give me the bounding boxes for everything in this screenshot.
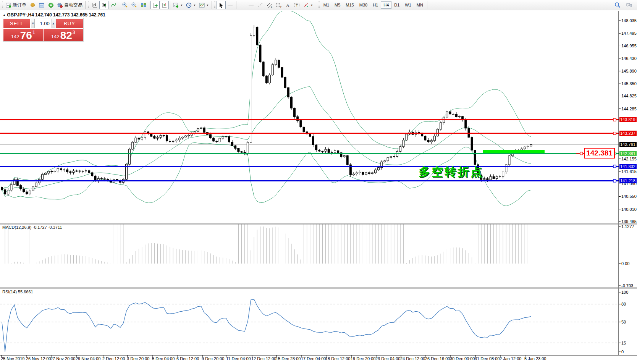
market-watch-icon — [30, 2, 36, 8]
rsi-line — [2, 299, 531, 352]
svg-text:T: T — [296, 3, 298, 7]
bar-chart-button[interactable] — [90, 1, 99, 9]
svg-text:A: A — [286, 3, 289, 8]
toolbar-grip — [2, 2, 3, 8]
chat-icon — [626, 2, 632, 8]
macd-label: MACD(12,26,9) -0.1727 -0.3711 — [2, 225, 62, 230]
toolbar-separator — [149, 1, 149, 9]
search-icon — [614, 2, 621, 8]
timeframe-h4-button[interactable]: H4 — [381, 1, 391, 9]
collapse-triangle-icon: ▲ — [3, 13, 6, 17]
indicators-button[interactable]: ▼ — [197, 1, 210, 9]
sell-price-base: 142 — [11, 34, 19, 39]
timeframe-m15-button[interactable]: M15 — [343, 1, 356, 9]
data-window-button[interactable] — [37, 1, 46, 9]
vertical-line-button[interactable] — [238, 1, 247, 9]
market-watch-button[interactable] — [28, 1, 37, 9]
period-button[interactable]: ▼ — [184, 1, 197, 9]
arrows-button[interactable]: ▼ — [302, 1, 315, 9]
crosshair-button[interactable] — [226, 1, 235, 9]
new-order-icon — [6, 2, 11, 8]
zoom-out-icon — [131, 2, 137, 8]
sell-button[interactable]: SELL — [3, 19, 30, 28]
toolbar-separator — [85, 1, 86, 9]
toolbar: 新订单 自动交易 — [0, 0, 637, 10]
price-level-line — [0, 153, 619, 154]
tile-windows-button[interactable] — [139, 1, 148, 9]
candlestick-chart-icon — [101, 2, 107, 8]
channel-icon: E — [267, 2, 273, 8]
sell-price-pip: 1 — [32, 29, 35, 35]
new-chart-icon — [173, 2, 179, 8]
svg-text:E: E — [271, 6, 272, 8]
chart-canvas[interactable] — [0, 0, 637, 364]
timeframe-mn-button[interactable]: MN — [414, 1, 426, 9]
level-line-handle — [613, 132, 616, 135]
zoom-out-button[interactable] — [129, 1, 139, 9]
text-label-icon: T — [294, 2, 300, 8]
fibonacci-button[interactable]: F — [274, 1, 283, 9]
highlight-bar — [483, 150, 545, 153]
tile-windows-icon — [141, 2, 146, 8]
timeframe-d1-button[interactable]: D1 — [391, 1, 402, 9]
rsi-label: RSI(14) 55.6661 — [2, 290, 33, 294]
chart-shift-icon — [162, 2, 167, 8]
price-callout-box[interactable]: 142.381 — [584, 148, 615, 159]
toolbar-separator — [236, 1, 236, 9]
timeframe-m5-button[interactable]: M5 — [332, 1, 343, 9]
toolbar-grip — [318, 2, 320, 8]
volume-input[interactable] — [35, 19, 51, 28]
chart-annotation[interactable]: 多空转折点 — [419, 164, 483, 180]
vertical-line-icon — [239, 2, 245, 8]
new-order-label: 新订单 — [13, 2, 26, 8]
trendline-button[interactable] — [256, 1, 265, 9]
volume-decrease-button[interactable]: ▼ — [31, 19, 35, 28]
chat-button[interactable] — [624, 1, 634, 9]
level-line-handle — [613, 165, 616, 168]
auto-scroll-icon — [152, 2, 158, 8]
toolbar-separator — [316, 1, 316, 9]
channel-button[interactable]: E — [265, 1, 274, 9]
navigator-button[interactable] — [46, 1, 55, 9]
line-chart-icon — [110, 2, 116, 8]
search-button[interactable] — [613, 1, 622, 9]
toolbar-separator — [427, 1, 427, 9]
buy-button[interactable]: BUY — [56, 19, 83, 28]
timeframe-h1-button[interactable]: H1 — [370, 1, 381, 9]
volume-increase-button[interactable]: ▲ — [52, 19, 55, 28]
price-level-line — [0, 119, 619, 120]
text-button[interactable]: A — [283, 1, 293, 9]
trendline-icon — [257, 2, 263, 8]
zoom-in-button[interactable] — [120, 1, 129, 9]
auto-trading-label: 自动交易 — [64, 2, 82, 8]
buy-price-pip: 3 — [73, 29, 75, 35]
horizontal-line-button[interactable] — [247, 1, 256, 9]
horizontal-line-icon — [248, 2, 254, 8]
new-chart-button[interactable]: ▼ — [171, 1, 184, 9]
candlestick-chart-button[interactable] — [99, 1, 108, 9]
bar-chart-icon — [92, 2, 98, 8]
buy-price-button[interactable]: 142 82 3 — [44, 29, 83, 41]
mt4-window: 新订单 自动交易 — [0, 0, 637, 364]
buy-price-base: 142 — [51, 34, 60, 39]
sell-price-button[interactable]: 142 76 1 — [3, 29, 43, 41]
data-window-icon — [39, 2, 45, 8]
price-level-line — [0, 166, 619, 167]
auto-scroll-button[interactable] — [150, 1, 160, 9]
timeframe-m30-button[interactable]: M30 — [357, 1, 370, 9]
chart-shift-button[interactable] — [160, 1, 169, 9]
toolbar-grip — [88, 2, 89, 8]
symbol-name: GBPJPY-,H4 — [7, 12, 34, 18]
text-label-button[interactable]: T — [293, 1, 302, 9]
zoom-in-icon — [122, 2, 128, 8]
timeframe-m1-button[interactable]: M1 — [321, 1, 332, 9]
line-chart-button[interactable] — [108, 1, 118, 9]
new-order-button[interactable]: 新订单 — [4, 1, 28, 9]
text-icon: A — [285, 2, 291, 8]
buy-price-main: 82 — [60, 31, 72, 40]
auto-trading-button[interactable]: 自动交易 — [55, 1, 84, 9]
timeframe-w1-button[interactable]: W1 — [402, 1, 414, 9]
indicators-icon — [199, 2, 205, 8]
cursor-button[interactable] — [217, 1, 226, 9]
rsi-pane — [0, 299, 619, 352]
